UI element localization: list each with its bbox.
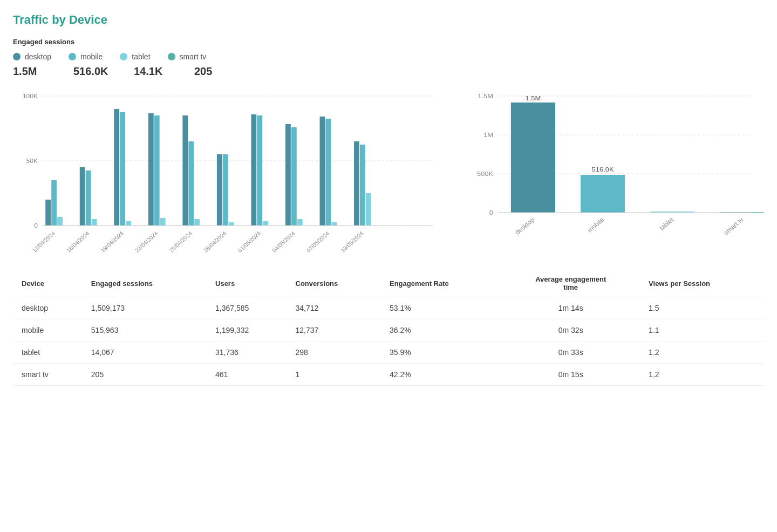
svg-rect-29	[297, 219, 303, 226]
svg-rect-8	[57, 217, 63, 226]
tablet-dot	[120, 53, 127, 60]
svg-text:1M: 1M	[483, 132, 493, 139]
svg-text:28/04/2024: 28/04/2024	[202, 230, 228, 253]
svg-text:desktop: desktop	[513, 216, 536, 236]
legend-smart-tv: smart tv	[168, 52, 207, 61]
svg-rect-25	[257, 115, 262, 226]
svg-rect-6	[45, 200, 51, 226]
cell-device-2: tablet	[13, 342, 83, 364]
cell-users-3: 461	[207, 364, 287, 386]
legend-tablet-label: tablet	[132, 52, 150, 61]
device-comparison-chart: 1.5M 1M 500K 0 1.5M 516.0K desktop mobil…	[460, 91, 764, 253]
svg-text:10/05/2024: 10/05/2024	[339, 230, 365, 253]
legend-mobile-label: mobile	[80, 52, 103, 61]
svg-text:04/05/2024: 04/05/2024	[271, 230, 296, 253]
svg-rect-14	[126, 221, 131, 226]
svg-rect-12	[114, 109, 119, 226]
svg-text:516.0K: 516.0K	[591, 166, 614, 173]
svg-rect-15	[148, 113, 154, 226]
svg-rect-28	[291, 127, 297, 226]
cell-engagement-rate-1: 36.2%	[381, 319, 501, 342]
data-table: Device Engaged sessions Users Conversion…	[13, 270, 764, 386]
svg-rect-16	[154, 115, 160, 226]
svg-rect-30	[320, 117, 325, 226]
svg-rect-11	[92, 219, 97, 226]
legend-smart-tv-label: smart tv	[180, 52, 207, 61]
svg-text:0: 0	[34, 222, 38, 228]
svg-rect-19	[188, 141, 194, 226]
svg-rect-21	[217, 154, 222, 226]
cell-views-1: 1.1	[640, 319, 764, 342]
metric-mobile: 516.0K	[73, 65, 117, 78]
cell-engagement-rate-2: 35.9%	[381, 342, 501, 364]
svg-rect-31	[325, 119, 331, 226]
svg-rect-24	[251, 114, 256, 226]
svg-text:500K: 500K	[477, 170, 493, 178]
cell-avg-time-1: 0m 32s	[501, 319, 640, 342]
charts-row: 100K 50K 0	[13, 91, 764, 253]
engaged-sessions-label: Engaged sessions	[13, 38, 764, 46]
table-row: desktop 1,509,173 1,367,585 34,712 53.1%…	[13, 297, 764, 319]
svg-text:0: 0	[489, 209, 494, 216]
metric-desktop: 1.5M	[13, 65, 56, 78]
table-row: smart tv 205 461 1 42.2% 0m 15s 1.2	[13, 364, 764, 386]
time-series-svg: 100K 50K 0	[13, 91, 439, 253]
svg-text:1.5M: 1.5M	[478, 93, 493, 100]
avg-eng-header: Average engagement	[510, 275, 631, 283]
svg-rect-27	[285, 124, 291, 226]
svg-rect-9	[80, 167, 85, 226]
svg-rect-34	[360, 145, 365, 226]
table-row: tablet 14,067 31,736 298 35.9% 0m 33s 1.…	[13, 342, 764, 364]
legend-tablet: tablet	[120, 52, 150, 61]
svg-rect-35	[366, 193, 371, 226]
mobile-dot	[69, 53, 76, 60]
metric-tablet: 14.1K	[134, 65, 177, 78]
cell-views-2: 1.2	[640, 342, 764, 364]
svg-rect-20	[194, 219, 200, 226]
metric-smart-tv: 205	[194, 65, 237, 78]
col-conversions: Conversions	[287, 270, 381, 297]
legend-desktop: desktop	[13, 52, 51, 61]
cell-conversions-2: 298	[287, 342, 381, 364]
cell-users-2: 31,736	[207, 342, 287, 364]
cell-views-0: 1.5	[640, 297, 764, 319]
svg-text:22/04/2024: 22/04/2024	[134, 230, 159, 253]
col-users: Users	[207, 270, 287, 297]
svg-text:25/04/2024: 25/04/2024	[168, 230, 194, 253]
cell-engagement-rate-3: 42.2%	[381, 364, 501, 386]
legend-desktop-label: desktop	[25, 52, 51, 61]
svg-rect-17	[160, 218, 166, 226]
cell-device-0: desktop	[13, 297, 83, 319]
svg-text:1.5M: 1.5M	[525, 95, 541, 102]
svg-text:tablet: tablet	[658, 216, 676, 231]
svg-rect-33	[354, 141, 359, 226]
svg-rect-18	[182, 115, 188, 226]
svg-text:19/04/2024: 19/04/2024	[100, 230, 125, 253]
cell-conversions-1: 12,737	[287, 319, 381, 342]
cell-avg-time-3: 0m 15s	[501, 364, 640, 386]
desktop-dot	[13, 53, 21, 60]
cell-views-3: 1.2	[640, 364, 764, 386]
svg-rect-32	[331, 222, 337, 226]
svg-rect-13	[120, 112, 125, 226]
svg-text:mobile: mobile	[585, 216, 606, 234]
svg-rect-57	[581, 175, 625, 213]
cell-engaged-sessions-1: 515,963	[83, 319, 207, 342]
metrics-row: 1.5M 516.0K 14.1K 205	[13, 65, 764, 78]
svg-rect-55	[511, 103, 555, 213]
col-avg-eng-time: Average engagement time	[501, 270, 640, 297]
svg-text:16/04/2024: 16/04/2024	[65, 230, 91, 253]
svg-rect-23	[229, 222, 234, 226]
cell-device-1: mobile	[13, 319, 83, 342]
svg-rect-7	[51, 180, 57, 226]
cell-engaged-sessions-3: 205	[83, 364, 207, 386]
page-title: Traffic by Device	[13, 13, 764, 27]
cell-engaged-sessions-2: 14,067	[83, 342, 207, 364]
svg-rect-22	[223, 154, 228, 226]
device-comparison-svg: 1.5M 1M 500K 0 1.5M 516.0K desktop mobil…	[460, 91, 764, 253]
svg-text:01/05/2024: 01/05/2024	[237, 230, 262, 253]
cell-avg-time-0: 1m 14s	[501, 297, 640, 319]
cell-users-1: 1,199,332	[207, 319, 287, 342]
cell-conversions-3: 1	[287, 364, 381, 386]
svg-text:smart tv: smart tv	[722, 216, 745, 236]
